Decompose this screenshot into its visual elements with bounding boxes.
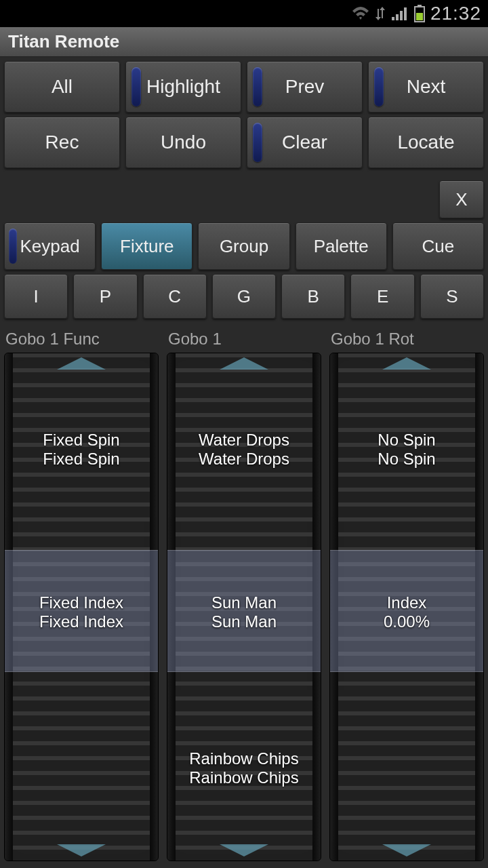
- tab-keypad[interactable]: Keypad: [4, 222, 96, 270]
- wheel-item-line: Sun Man: [171, 612, 317, 631]
- chevron-down-icon: [57, 844, 106, 856]
- attribute-group-row: I P C G B E S: [0, 270, 488, 319]
- attr-e-button[interactable]: E: [350, 274, 414, 319]
- attr-p-button[interactable]: P: [73, 274, 137, 319]
- app-title: Titan Remote: [0, 27, 488, 57]
- button-label: Prev: [285, 76, 325, 98]
- wheel-label: Gobo 1 Func: [4, 327, 159, 353]
- tab-label: Cue: [422, 236, 455, 257]
- wifi-icon: [352, 6, 369, 21]
- svg-rect-0: [392, 17, 394, 20]
- tab-label: Keypad: [20, 236, 80, 257]
- status-bar: 21:32: [0, 0, 488, 27]
- all-button[interactable]: All: [4, 61, 120, 113]
- attr-c-button[interactable]: C: [143, 274, 207, 319]
- wheel-col-1: Gobo 1 Func Fixed Spin Fixed Spin Fixed …: [4, 327, 159, 861]
- wheel-item-line: Rainbow Chips: [171, 768, 317, 787]
- chevron-up-icon: [382, 357, 431, 370]
- tab-label: Fixture: [120, 236, 174, 257]
- wheel-item: No Spin No Spin: [330, 428, 483, 471]
- locate-button[interactable]: Locate: [368, 117, 484, 168]
- chevron-up-icon: [57, 357, 106, 370]
- wheel-label: Gobo 1: [167, 327, 321, 353]
- latch-indicator: [253, 67, 262, 106]
- letter-label: B: [308, 286, 319, 307]
- prev-button[interactable]: Prev: [247, 61, 363, 113]
- svg-rect-2: [400, 11, 403, 20]
- latch-indicator: [374, 67, 384, 106]
- svg-rect-3: [404, 7, 407, 20]
- button-label: Rec: [45, 132, 79, 153]
- wheel-label: Gobo 1 Rot: [329, 327, 484, 353]
- highlight-button[interactable]: Highlight: [125, 61, 241, 113]
- button-label: Clear: [282, 132, 327, 153]
- wheel-2[interactable]: Water Drops Water Drops Sun Man Sun Man …: [167, 353, 321, 861]
- latch-indicator: [9, 229, 17, 264]
- wheel-item-line: Fixed Index: [9, 612, 154, 631]
- wheel-item: [5, 747, 158, 752]
- battery-icon: [414, 5, 425, 22]
- letter-label: G: [237, 286, 251, 307]
- wheel-item: Water Drops Water Drops: [167, 428, 321, 471]
- rec-button[interactable]: Rec: [4, 117, 120, 168]
- signal-icon: [391, 6, 409, 21]
- tab-group[interactable]: Group: [198, 222, 289, 270]
- chevron-down-icon: [220, 844, 268, 856]
- button-label: Locate: [397, 132, 454, 153]
- button-label: Next: [407, 76, 446, 98]
- chevron-down-icon: [382, 844, 431, 856]
- tab-label: Group: [220, 236, 268, 257]
- close-row: X: [0, 168, 488, 218]
- tab-label: Palette: [314, 236, 369, 257]
- letter-label: C: [168, 286, 181, 307]
- attr-b-button[interactable]: B: [281, 274, 345, 319]
- svg-rect-6: [416, 13, 423, 20]
- svg-rect-1: [396, 14, 399, 20]
- tab-palette[interactable]: Palette: [296, 222, 387, 270]
- letter-label: S: [446, 286, 458, 307]
- letter-label: E: [377, 286, 388, 307]
- clear-button[interactable]: Clear: [247, 117, 363, 168]
- top-button-row-2: Rec Undo Clear Locate: [0, 113, 488, 168]
- wheel-item-line: Fixed Spin: [9, 450, 154, 469]
- wheel-item-line: Water Drops: [171, 450, 317, 469]
- wheel-col-2: Gobo 1 Water Drops Water Drops Sun Man S…: [167, 327, 321, 861]
- wheel-item: [330, 747, 483, 752]
- top-button-row-1: All Highlight Prev Next: [0, 57, 488, 113]
- wheel-1[interactable]: Fixed Spin Fixed Spin Fixed Index Fixed …: [4, 353, 159, 861]
- wheel-item-line: No Spin: [334, 431, 479, 450]
- wheel-item-selected: Index 0.00%: [330, 591, 483, 634]
- button-label: All: [52, 76, 73, 98]
- button-label: Undo: [161, 132, 206, 153]
- tab-row: Keypad Fixture Group Palette Cue: [0, 218, 488, 270]
- wheel-col-3: Gobo 1 Rot No Spin No Spin Index 0.00%: [329, 327, 484, 861]
- chevron-up-icon: [220, 357, 268, 370]
- data-transfer-icon: [375, 6, 386, 21]
- latch-indicator: [131, 67, 141, 106]
- wheel-item-line: Sun Man: [171, 593, 317, 612]
- letter-label: I: [34, 286, 39, 307]
- next-button[interactable]: Next: [368, 61, 484, 113]
- undo-button[interactable]: Undo: [125, 117, 241, 168]
- letter-label: P: [100, 286, 111, 307]
- attr-s-button[interactable]: S: [420, 274, 484, 319]
- wheel-item-line: No Spin: [334, 450, 479, 469]
- attr-g-button[interactable]: G: [212, 274, 276, 319]
- close-label: X: [455, 189, 467, 210]
- wheel-item-line: Fixed Spin: [9, 431, 154, 450]
- wheel-item-line: Water Drops: [171, 431, 317, 450]
- wheel-item-selected: Sun Man Sun Man: [167, 591, 321, 634]
- latch-indicator: [253, 123, 262, 162]
- attr-i-button[interactable]: I: [4, 274, 68, 319]
- button-label: Highlight: [146, 76, 220, 98]
- wheel-item-line: 0.00%: [334, 612, 479, 631]
- wheel-item: Rainbow Chips Rainbow Chips: [167, 747, 321, 790]
- tab-cue[interactable]: Cue: [392, 222, 484, 270]
- wheel-item-line: Rainbow Chips: [171, 749, 317, 768]
- clock-text: 21:32: [430, 3, 481, 24]
- tab-fixture[interactable]: Fixture: [101, 222, 192, 270]
- wheel-3[interactable]: No Spin No Spin Index 0.00%: [329, 353, 484, 861]
- close-button[interactable]: X: [439, 180, 484, 218]
- wheel-item-line: Index: [334, 593, 479, 612]
- wheel-item-line: Fixed Index: [9, 593, 154, 612]
